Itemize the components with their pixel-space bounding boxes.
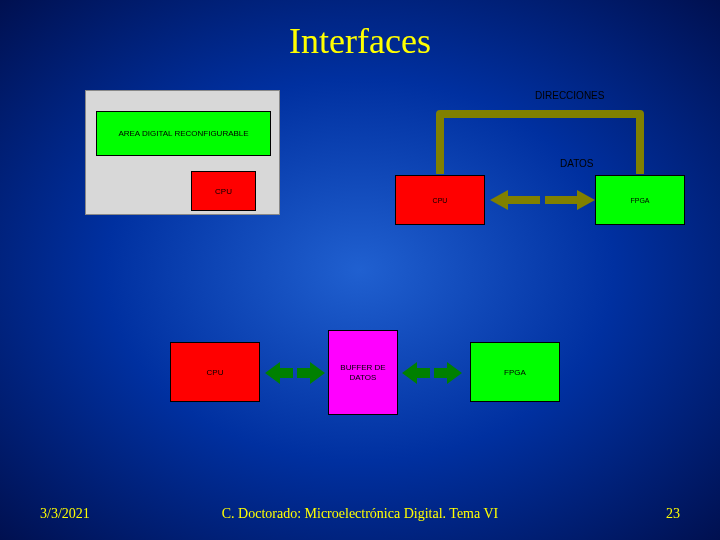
svg-marker-1	[545, 190, 595, 210]
cpu-box-panel1: CPU	[191, 171, 256, 211]
area-digital-reconfigurable-box: AREA DIGITAL RECONFIGURABLE	[96, 111, 271, 156]
diagram-panel-3: CPU BUFFER DE DATOS FPGA	[170, 330, 590, 420]
diagram-panel-2: DIRECCIONES DATOS CPU FPGA	[395, 90, 685, 235]
footer-page-number: 23	[666, 506, 680, 522]
direcciones-label: DIRECCIONES	[535, 90, 604, 101]
fpga-box-panel3: FPGA	[470, 342, 560, 402]
buffer-box: BUFFER DE DATOS	[328, 330, 398, 415]
address-bus-icon	[425, 104, 655, 179]
cpu-box-panel2: CPU	[395, 175, 485, 225]
diagram-panel-1: AREA DIGITAL RECONFIGURABLE CPU	[85, 90, 280, 215]
cpu-box-panel3: CPU	[170, 342, 260, 402]
svg-marker-4	[402, 362, 430, 384]
bidir-arrow-right-icon	[402, 362, 462, 384]
svg-marker-2	[265, 362, 293, 384]
slide-title: Interfaces	[0, 20, 720, 62]
footer-center: C. Doctorado: Microelectrónica Digital. …	[0, 506, 720, 522]
svg-marker-0	[490, 190, 540, 210]
svg-marker-5	[434, 362, 462, 384]
bidir-arrow-left-icon	[265, 362, 325, 384]
fpga-box-panel2: FPGA	[595, 175, 685, 225]
svg-marker-3	[297, 362, 325, 384]
bidir-arrow-icon	[490, 190, 595, 210]
